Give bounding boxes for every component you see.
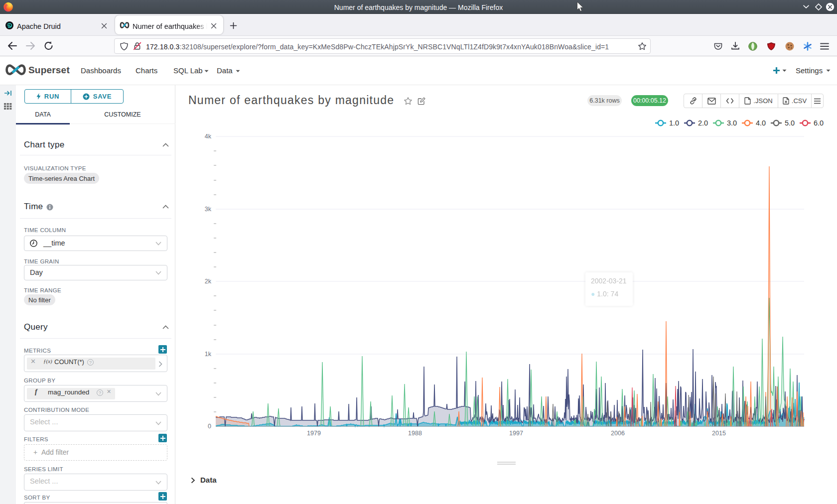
svg-text:3k: 3k (205, 206, 212, 213)
svg-text:5.0: 5.0 (785, 119, 795, 127)
svg-text:1979: 1979 (307, 430, 321, 437)
svg-text:2k: 2k (205, 278, 212, 285)
svg-text:1k: 1k (205, 351, 212, 358)
svg-text:2.0: 2.0 (698, 119, 708, 127)
svg-text:1.0: 1.0 (669, 119, 679, 127)
svg-text:2015: 2015 (712, 430, 726, 437)
svg-text:3.0: 3.0 (727, 119, 737, 127)
svg-text:0: 0 (208, 423, 211, 430)
svg-text:1988: 1988 (408, 430, 422, 437)
svg-text:4k: 4k (205, 133, 212, 140)
svg-text:2006: 2006 (611, 430, 625, 437)
svg-text:6.0: 6.0 (814, 119, 824, 127)
svg-text:1997: 1997 (509, 430, 523, 437)
svg-text:4.0: 4.0 (756, 119, 766, 127)
